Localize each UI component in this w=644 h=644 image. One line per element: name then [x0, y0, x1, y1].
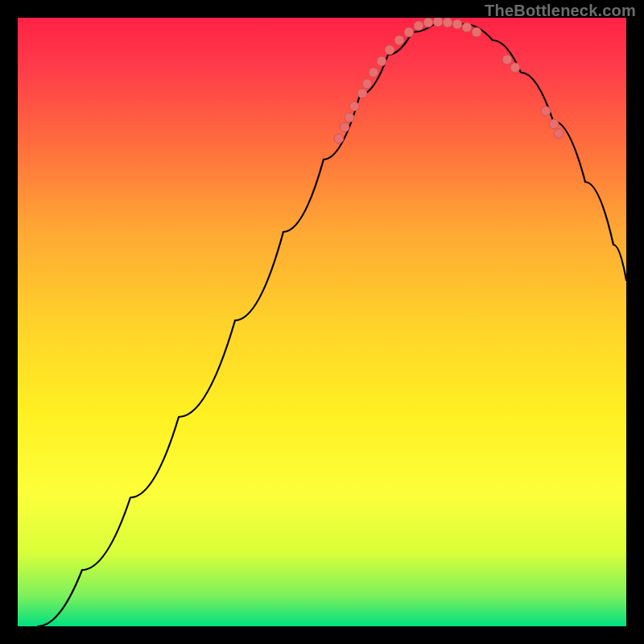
bottleneck-curve-chart: [18, 18, 626, 626]
data-point: [462, 23, 472, 32]
data-point: [510, 63, 520, 72]
bottleneck-curve: [38, 23, 626, 626]
data-point-group: [334, 18, 564, 143]
data-point: [377, 56, 386, 66]
data-point: [404, 27, 414, 37]
data-point: [340, 122, 349, 132]
data-point: [349, 101, 359, 111]
data-point: [443, 18, 452, 27]
data-point: [385, 45, 394, 55]
data-point: [549, 119, 559, 129]
data-point: [433, 18, 443, 27]
data-point: [345, 113, 354, 122]
data-point: [423, 18, 433, 27]
data-point: [541, 106, 551, 116]
data-point: [502, 55, 512, 64]
data-point: [357, 89, 367, 98]
data-point: [452, 19, 462, 29]
data-point: [362, 79, 372, 89]
data-point: [334, 134, 344, 143]
data-point: [554, 129, 564, 138]
data-point: [394, 35, 404, 45]
data-point: [414, 21, 423, 31]
data-point: [369, 68, 378, 77]
data-point: [472, 27, 481, 37]
